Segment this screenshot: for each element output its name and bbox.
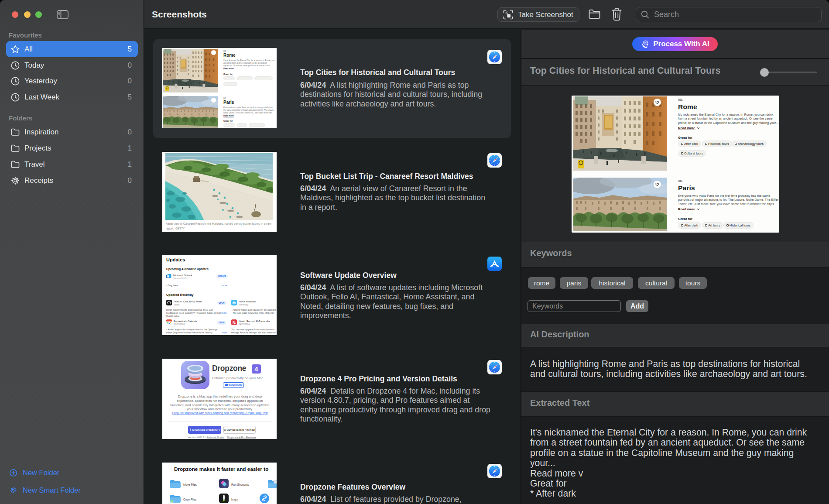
svg-text:N: N bbox=[233, 320, 236, 325]
